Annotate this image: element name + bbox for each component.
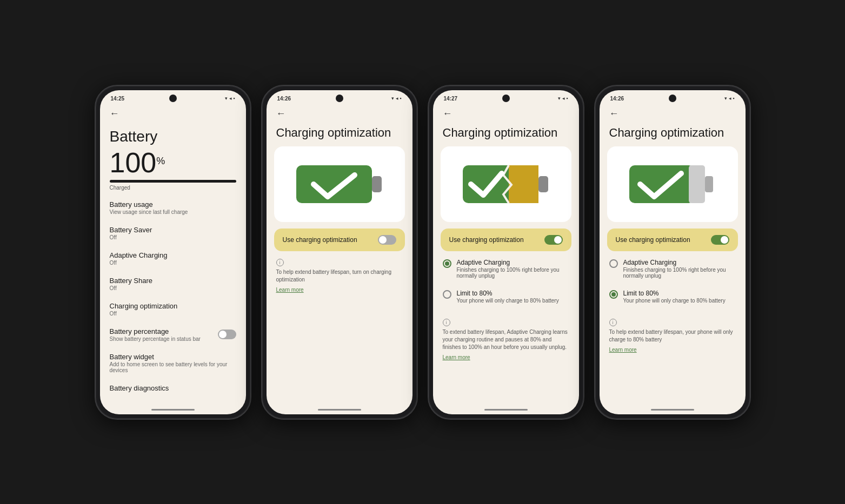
info-section-2: i To help extend battery lifespan, turn … [267,251,412,286]
learn-more-3[interactable]: Learn more [433,353,579,360]
radio-circle-adaptive-4 [609,259,618,268]
phone-1: 14:25 ▾ ◂ ▪ ← Battery 100% Charged Batte… [95,85,251,420]
battery-svg-2 [296,160,383,209]
info-section-3: i To extend battery lifespan, Adaptive C… [433,311,579,353]
status-bar-1: 14:25 ▾ ◂ ▪ [100,90,246,104]
info-section-4: i To help extend battery lifespan, your … [600,311,746,346]
radio-circle-limit80-3 [443,290,451,299]
use-charging-toggle-2[interactable] [378,235,396,245]
radio-options-4: Adaptive Charging Finishes charging to 1… [600,251,746,311]
info-text-3: To extend battery lifespan, Adaptive Cha… [443,328,569,351]
radio-adaptive-3[interactable]: Adaptive Charging Finishes charging to 1… [443,253,569,284]
charge-page-4: Charging optimization [600,122,746,406]
home-indicator-4 [600,406,746,414]
status-icons-2: ▾ ◂ ▪ [391,96,401,101]
status-time-1: 14:25 [111,96,125,102]
use-charging-label-4: Use charging optimization [616,236,690,244]
svg-rect-4 [509,165,538,203]
info-text-2: To help extend battery lifespan, turn on… [276,268,403,284]
camera-notch-3 [502,95,510,102]
screen-content-2: ← Charging optimization [267,104,412,414]
charge-title-3: Charging optimization [433,122,579,146]
settings-item-battery-diagnostics[interactable]: Battery diagnostics [100,379,246,398]
status-bar-3: 14:27 ▾ ◂ ▪ [433,90,579,104]
home-indicator-3 [433,406,579,414]
svg-rect-1 [372,176,382,192]
battery-percent: 100% [100,147,246,177]
svg-rect-5 [538,176,548,192]
camera-notch-2 [336,95,343,102]
radio-limit80-4[interactable]: Limit to 80% Your phone will only charge… [609,284,736,309]
status-icons-1: ▾ ◂ ▪ [225,96,235,101]
charge-title-4: Charging optimization [600,122,746,146]
screen-content-4: ← Charging optimization [600,104,746,414]
battery-percentage-toggle[interactable] [218,330,236,339]
settings-item-battery-saver[interactable]: Battery Saver Off [100,220,246,246]
battery-svg-4 [629,160,716,209]
phone-3: 14:27 ▾ ◂ ▪ ← Charging optimization [428,85,584,420]
info-text-4: To help extend battery lifespan, your ph… [609,328,736,344]
svg-rect-7 [689,165,705,203]
use-charging-row-4[interactable]: Use charging optimization [607,229,738,251]
battery-bar-container [110,180,236,183]
back-button-2[interactable]: ← [267,104,412,122]
charge-page-3: Charging optimization [433,122,579,406]
radio-circle-adaptive-3 [443,259,451,268]
use-charging-row-3[interactable]: Use charging optimization [441,229,571,251]
battery-illustration-3 [441,146,571,222]
screen-content-1: ← Battery 100% Charged Battery usage Vie… [100,104,246,414]
battery-title: Battery [100,122,246,147]
battery-status-label: Charged [100,184,246,195]
settings-item-battery-percentage[interactable]: Battery percentage Show battery percenta… [100,322,246,347]
home-indicator-1 [100,406,246,414]
svg-rect-0 [296,165,372,203]
status-time-3: 14:27 [444,96,458,102]
radio-options-3: Adaptive Charging Finishes charging to 1… [433,251,579,311]
status-time-4: 14:26 [610,96,624,102]
status-bar-2: 14:26 ▾ ◂ ▪ [267,90,412,104]
radio-adaptive-4[interactable]: Adaptive Charging Finishes charging to 1… [609,253,736,284]
settings-item-battery-widget[interactable]: Battery widget Add to home screen to see… [100,347,246,379]
battery-bar [110,180,236,183]
battery-illustration-2 [274,146,405,222]
use-charging-label-3: Use charging optimization [449,236,524,244]
learn-more-2[interactable]: Learn more [267,286,412,293]
info-icon-3: i [443,319,450,326]
battery-illustration-4 [607,146,738,222]
use-charging-toggle-3[interactable] [544,235,563,245]
status-time-2: 14:26 [277,96,291,102]
use-charging-toggle-4[interactable] [711,235,729,245]
learn-more-4[interactable]: Learn more [600,346,746,353]
back-button-4[interactable]: ← [600,104,746,122]
status-icons-3: ▾ ◂ ▪ [558,96,568,101]
use-charging-label-2: Use charging optimization [283,236,357,244]
use-charging-row-2[interactable]: Use charging optimization [274,229,405,251]
settings-list: Battery usage View usage since last full… [100,195,246,406]
phone-4: 14:26 ▾ ◂ ▪ ← Charging optimization [594,85,751,420]
charge-page-2: Charging optimization Use charging opti [267,122,412,406]
percent-symbol: % [156,156,165,166]
status-bar-4: 14:26 ▾ ◂ ▪ [600,90,746,104]
svg-rect-8 [705,176,713,192]
back-button-3[interactable]: ← [433,104,579,122]
settings-item-battery-share[interactable]: Battery Share Off [100,271,246,297]
battery-svg-3 [463,160,549,209]
settings-item-charging-optimization[interactable]: Charging optimization Off [100,297,246,322]
scene: 14:25 ▾ ◂ ▪ ← Battery 100% Charged Batte… [78,63,767,441]
settings-item-battery-usage[interactable]: Battery usage View usage since last full… [100,195,246,220]
camera-notch-4 [669,95,676,102]
info-icon-2: i [276,259,284,266]
radio-circle-limit80-4 [609,290,618,299]
phone-2: 14:26 ▾ ◂ ▪ ← Charging optimization [261,85,418,420]
settings-item-adaptive-charging[interactable]: Adaptive Charging Off [100,246,246,271]
status-icons-4: ▾ ◂ ▪ [724,96,734,101]
back-button-1[interactable]: ← [100,104,246,122]
radio-limit80-3[interactable]: Limit to 80% Your phone will only charge… [443,284,569,309]
home-indicator-2 [267,406,412,414]
charge-title-2: Charging optimization [267,122,412,146]
screen-content-3: ← Charging optimization [433,104,579,414]
camera-notch-1 [169,95,177,102]
info-icon-4: i [609,319,617,326]
